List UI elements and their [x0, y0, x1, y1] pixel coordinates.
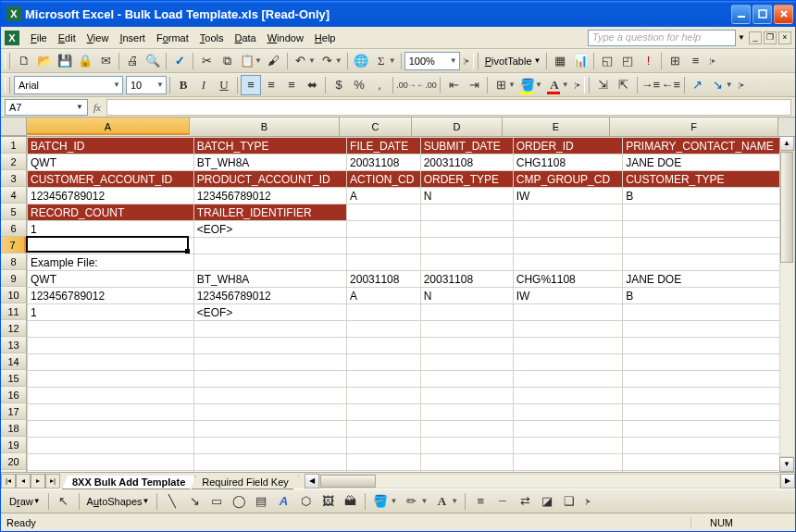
help-search-input[interactable]: Type a question for help: [588, 30, 736, 46]
cell-F10[interactable]: B: [623, 288, 795, 304]
spelling-icon[interactable]: ✓: [169, 51, 190, 71]
row-header-5[interactable]: 5: [1, 204, 27, 220]
cell-C2[interactable]: 20031108: [347, 155, 421, 171]
cell-E2[interactable]: CHG1108: [513, 155, 622, 171]
undo-dropdown[interactable]: ▼: [308, 56, 316, 65]
cell-E20[interactable]: [513, 454, 622, 471]
cell-E19[interactable]: [513, 438, 622, 454]
cell-B20[interactable]: [193, 454, 346, 471]
cell-A17[interactable]: [28, 404, 194, 421]
cell-C7[interactable]: [347, 238, 421, 254]
cell-A8[interactable]: Example File:: [28, 254, 194, 271]
cell-E9[interactable]: CHG%1108: [513, 271, 622, 288]
cell-E3[interactable]: CMP_GROUP_CD: [513, 171, 622, 188]
row-header-17[interactable]: 17: [1, 403, 27, 420]
menu-data[interactable]: Data: [229, 31, 261, 45]
cell-F12[interactable]: [623, 321, 795, 338]
cell-E1[interactable]: ORDER_ID: [513, 138, 622, 155]
cell-E8[interactable]: [513, 254, 622, 271]
pivot-chart-icon[interactable]: 📊: [570, 51, 591, 71]
scroll-left-button[interactable]: ◀: [305, 474, 319, 489]
cut-icon[interactable]: ✂: [196, 51, 217, 71]
row-header-21[interactable]: 21: [1, 470, 27, 472]
rectangle-icon[interactable]: ▭: [206, 491, 227, 512]
cell-D3[interactable]: ORDER_TYPE: [420, 171, 513, 188]
zoom-combo[interactable]: 100%▼: [404, 52, 460, 70]
maximize-button[interactable]: [752, 5, 772, 24]
cell-D18[interactable]: [420, 421, 513, 438]
cell-F21[interactable]: [623, 471, 795, 473]
row-header-11[interactable]: 11: [1, 303, 27, 320]
italic-icon[interactable]: I: [193, 75, 214, 95]
cell-A1[interactable]: BATCH_ID: [28, 138, 194, 155]
cell-A2[interactable]: QWT: [28, 155, 194, 171]
cells-area[interactable]: BATCH_IDBATCH_TYPEFILE_DATESUBMIT_DATEOR…: [27, 137, 795, 472]
cell-F14[interactable]: [623, 354, 795, 371]
refresh-data-icon[interactable]: !: [638, 51, 658, 71]
row-header-2[interactable]: 2: [1, 154, 27, 170]
format-painter-icon[interactable]: 🖌: [264, 51, 284, 71]
cell-D8[interactable]: [420, 254, 513, 271]
cell-D17[interactable]: [420, 404, 513, 421]
shadow-icon[interactable]: ◪: [537, 491, 557, 512]
row-header-13[interactable]: 13: [1, 337, 27, 353]
font-color-icon[interactable]: A: [544, 75, 565, 95]
cell-A7[interactable]: [28, 238, 194, 254]
paste-dropdown[interactable]: ▼: [255, 56, 262, 65]
font-color-dropdown-2[interactable]: ▼: [451, 497, 458, 505]
line-icon[interactable]: ╲: [162, 491, 182, 512]
cell-D5[interactable]: [420, 204, 513, 221]
row-header-3[interactable]: 3: [1, 170, 27, 187]
picture-icon[interactable]: 🏔: [340, 491, 360, 512]
sheet-tab-other[interactable]: Required Field Key: [192, 476, 299, 489]
menu-insert[interactable]: Insert: [114, 31, 151, 45]
cell-E6[interactable]: [513, 221, 622, 238]
doc-minimize-button[interactable]: _: [749, 31, 762, 44]
cell-C6[interactable]: [347, 221, 421, 238]
toolbar-options-icon-2[interactable]: ¦▸: [709, 56, 715, 65]
cell-B18[interactable]: [193, 421, 346, 438]
cell-A19[interactable]: [28, 438, 194, 454]
cell-F16[interactable]: [623, 388, 795, 404]
cell-B9[interactable]: BT_WH8A: [193, 271, 346, 288]
cell-A9[interactable]: QWT: [28, 271, 194, 288]
doc-close-button[interactable]: ×: [778, 31, 791, 44]
cell-B7[interactable]: [193, 238, 346, 254]
email-icon[interactable]: ✉: [95, 51, 116, 71]
cell-F2[interactable]: JANE DOE: [623, 155, 795, 171]
cell-E4[interactable]: IW: [513, 188, 622, 204]
cell-B14[interactable]: [193, 354, 346, 371]
horizontal-scroll-thumb[interactable]: [320, 475, 376, 488]
cell-B13[interactable]: [193, 338, 346, 354]
cell-D7[interactable]: [420, 238, 513, 254]
fill-color-dropdown-2[interactable]: ▼: [390, 497, 397, 505]
cell-E11[interactable]: [513, 304, 622, 321]
cell-C13[interactable]: [347, 338, 421, 354]
row-header-7[interactable]: 7: [1, 237, 26, 254]
cell-E12[interactable]: [513, 321, 622, 338]
cell-E15[interactable]: [513, 371, 622, 388]
align-center-icon[interactable]: ≡: [261, 75, 281, 95]
cell-A16[interactable]: [28, 388, 194, 404]
scroll-right-button[interactable]: ▶: [780, 474, 795, 489]
3d-icon[interactable]: ❏: [559, 491, 579, 512]
toolbar-handle-2[interactable]: [473, 53, 479, 69]
decrease-decimal-icon[interactable]: ←.00: [417, 75, 437, 95]
hide-detail-icon[interactable]: ◱: [597, 51, 617, 71]
trace-precedents-icon[interactable]: ↗: [688, 75, 708, 95]
cell-A6[interactable]: 1: [28, 221, 194, 238]
show-detail-icon[interactable]: ◰: [617, 51, 638, 71]
row-header-12[interactable]: 12: [1, 320, 27, 337]
cell-D14[interactable]: [420, 354, 513, 371]
cell-B16[interactable]: [193, 388, 346, 404]
cell-F20[interactable]: [623, 454, 795, 471]
row-header-16[interactable]: 16: [1, 387, 27, 403]
fx-icon[interactable]: fx: [93, 102, 101, 113]
tab-first-button[interactable]: |◂: [1, 474, 16, 489]
cell-E17[interactable]: [513, 404, 622, 421]
tab-last-button[interactable]: ▸|: [45, 474, 60, 489]
show-detail-icon-2[interactable]: →≡: [641, 75, 661, 95]
increase-decimal-icon[interactable]: .00→: [396, 75, 417, 95]
cell-C5[interactable]: [347, 204, 421, 221]
cell-F6[interactable]: [623, 221, 795, 238]
